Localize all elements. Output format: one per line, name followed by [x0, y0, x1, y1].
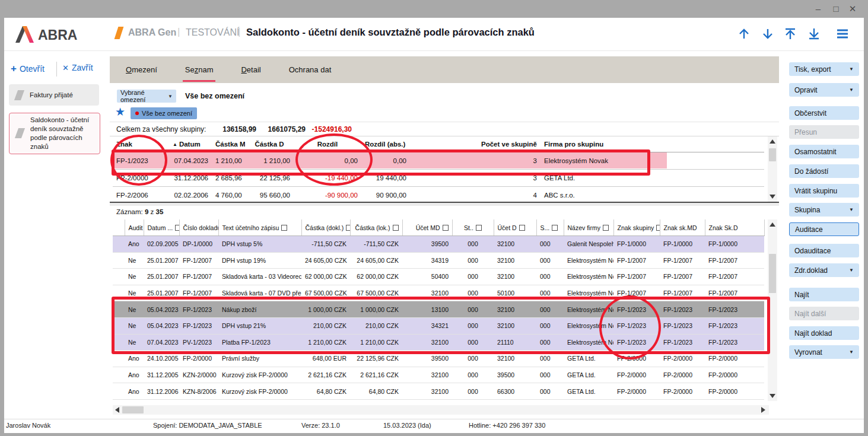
cell[interactable]: 32100 [494, 269, 536, 285]
action-button-odauditace[interactable]: Odauditace [789, 244, 859, 257]
journal-row[interactable]: Ne05.04.2023FP-1/2023DPH vstup 21%210,00… [113, 317, 764, 334]
cell[interactable] [113, 269, 125, 285]
cell[interactable]: 2 685,96 [212, 170, 245, 187]
cell[interactable]: 07.04.2023 [144, 334, 179, 351]
cell[interactable]: Ne [125, 301, 144, 318]
menu-icon[interactable] [835, 27, 850, 41]
column-header-st[interactable]: St.. [452, 219, 494, 236]
scroll-down-icon[interactable] [770, 394, 775, 398]
cell[interactable]: Elektrosystém Novak [564, 301, 613, 318]
cell[interactable]: FP-1/2023 [705, 317, 764, 334]
cell[interactable]: 22 125,96 CZK [350, 351, 402, 367]
cell[interactable]: DP-1/0000 [179, 236, 218, 253]
cell[interactable]: Ne [125, 269, 144, 285]
column-checkbox-icon[interactable] [552, 225, 558, 231]
column-header-indicator[interactable] [113, 219, 125, 236]
cell[interactable]: 000 [536, 351, 564, 367]
column-header-znak[interactable]: Znak [113, 136, 169, 152]
cell[interactable]: FP-2/0000 [705, 367, 764, 383]
journal-row[interactable]: Ano02.09.2005DP-1/0000DPH vstup 5%-711,5… [113, 236, 764, 253]
action-button-skupina[interactable]: Skupina▼ [789, 203, 859, 217]
cell[interactable]: 05.04.2023 [144, 301, 179, 318]
cell[interactable]: FP-1/2007 [705, 252, 764, 269]
cell[interactable]: Ne [125, 334, 144, 351]
cell[interactable]: 32100 [402, 367, 452, 383]
journal-row[interactable]: Ne05.04.2023FP-1/2023Nákup zboží1 000,00… [113, 301, 764, 318]
action-button-vrátit-skupinu[interactable]: Vrátit skupinu [789, 184, 859, 198]
maximize-button[interactable]: □ [829, 2, 842, 16]
cell[interactable]: 000 [536, 252, 564, 269]
cell[interactable]: GETA Ltd. [564, 351, 613, 367]
cell[interactable]: FP-2/0000 [705, 351, 764, 367]
cell[interactable]: 31.12.2005 [144, 367, 179, 383]
cell[interactable]: Elektrosystém Novak [564, 285, 613, 301]
cell[interactable] [113, 334, 125, 351]
cell[interactable]: Ne [125, 285, 144, 301]
cell[interactable] [113, 252, 125, 269]
cell[interactable]: 32100 [494, 252, 536, 269]
move-down-icon[interactable] [761, 27, 775, 41]
cell[interactable]: Kurzový zisk FP-2/0000 [218, 367, 301, 383]
cell[interactable]: 32100 [402, 383, 452, 400]
cell[interactable]: Kurzový zisk FP-2/0000 [218, 383, 301, 400]
journal-horizontal-scrollbar[interactable] [113, 405, 769, 415]
journal-row[interactable]: Ne25.01.2007FP-1/2007Skladová karta - 07… [113, 285, 764, 301]
cell[interactable]: 24 605,00 CZK [350, 252, 402, 269]
cell[interactable]: 39500 [494, 367, 536, 383]
cell[interactable]: 50100 [494, 285, 536, 301]
cell[interactable]: KZN-8/2006 [179, 383, 218, 400]
column-header-datum[interactable]: ▲Datum [169, 136, 212, 152]
scroll-right-icon[interactable] [761, 407, 765, 413]
column-header-částka-lok[interactable]: Částka (lok.) [350, 219, 402, 236]
journal-vertical-scrollbar[interactable] [768, 219, 777, 401]
cell[interactable]: FP-1/2007 [179, 285, 218, 301]
cell[interactable]: FP-1/2023 [705, 301, 764, 318]
cell[interactable]: 000 [452, 383, 494, 400]
cell[interactable]: 67 500,00 CZK [350, 285, 402, 301]
cell[interactable]: Ano [125, 383, 144, 400]
cell[interactable]: 000 [452, 285, 494, 301]
column-checkbox-icon[interactable] [443, 225, 449, 231]
cell[interactable]: 24.10.2005 [144, 351, 179, 367]
cell[interactable]: FP-2/0000 [613, 383, 660, 400]
cell[interactable] [113, 351, 125, 367]
cell[interactable]: 000 [452, 236, 494, 253]
column-header-rozdíl-abs[interactable]: Rozdíl (abs.) [361, 136, 410, 152]
cell[interactable]: FP-1/2023 [613, 334, 660, 351]
action-button-do-žádostí[interactable]: Do žádostí [789, 164, 859, 178]
action-button-tisk-export[interactable]: Tisk, export▼ [789, 62, 859, 76]
cell[interactable]: 000 [536, 367, 564, 383]
cell[interactable]: GETA Ltd. [540, 170, 764, 187]
cell[interactable]: 1 210,00 [212, 152, 245, 170]
cell[interactable]: 648,00 EUR [301, 351, 350, 367]
cell[interactable]: FP-1/2007 [660, 269, 705, 285]
cell[interactable]: DPH vstup 19% [218, 252, 301, 269]
cell[interactable]: Platba FP-1/2023 [218, 334, 301, 351]
column-header-znak-sk-md[interactable]: Znak sk.MD [660, 219, 705, 236]
cell[interactable]: 2 621,16 CZK [350, 367, 402, 383]
cell[interactable]: -19 440,00 [294, 170, 361, 187]
cell[interactable]: FP-1/0000 [705, 236, 764, 253]
group-row[interactable]: FP-1/202307.04.20231 210,001 210,000,000… [113, 152, 764, 170]
cell[interactable]: 32100 [402, 285, 452, 301]
cell[interactable]: 50400 [402, 269, 452, 285]
cell[interactable]: FP-1/2007 [179, 269, 218, 285]
cell[interactable]: FP-1/2023 [705, 334, 764, 351]
cell[interactable]: 31.12.2006 [144, 383, 179, 400]
journal-row[interactable]: Ne07.04.2023PV-1/2023Platba FP-1/20231 2… [113, 334, 764, 351]
column-checkbox-icon[interactable] [476, 225, 482, 231]
cell[interactable]: FP-2/0000 [613, 367, 660, 383]
cell[interactable]: 25.01.2007 [144, 252, 179, 269]
cell[interactable] [113, 383, 125, 400]
cell[interactable]: Elektrosystém Novak [564, 317, 613, 334]
cell[interactable]: DPH vstup 5% [218, 236, 301, 253]
cell[interactable]: 39500 [402, 351, 452, 367]
column-checkbox-icon[interactable] [656, 225, 660, 231]
cell[interactable]: PV-1/2023 [179, 334, 218, 351]
sidebar-item-saldokonto[interactable]: Saldokonto - účetní deník souvztažně pod… [9, 113, 100, 154]
cell[interactable]: 000 [452, 269, 494, 285]
cell[interactable]: FP-1/2007 [613, 285, 660, 301]
column-checkbox-icon[interactable] [393, 225, 399, 231]
column-header-počet-ve-skupině[interactable]: Počet ve skupině [410, 136, 540, 152]
cell[interactable]: FP-1/2007 [705, 269, 764, 285]
